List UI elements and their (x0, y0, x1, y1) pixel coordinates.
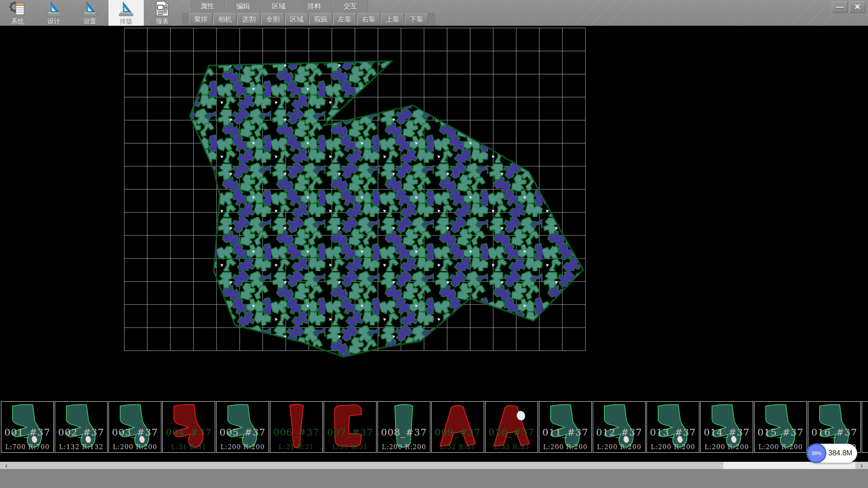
piece-lr-count: L:200 R:200 (701, 443, 753, 450)
piece-lr-count: L:200 R:200 (647, 443, 699, 450)
piece-label: 003_#37 (109, 427, 161, 438)
piece-thumbnail[interactable]: 004_#37L:31 R:31 (162, 401, 215, 453)
piece-lr-count: L:700 R:700 (1, 443, 53, 450)
memory-value: 384.8M (828, 444, 852, 463)
piece-label: 012_#37 (593, 427, 645, 438)
piece-thumbnail[interactable]: 009_#37L:32 R:31 (431, 401, 484, 453)
piece-thumbnail[interactable]: 007_#37L:31 R:31 (324, 401, 377, 453)
piece-label: 005_#37 (217, 427, 269, 438)
status-strip (0, 469, 868, 488)
scroll-left-icon[interactable]: ‹ (0, 462, 13, 469)
piece-label: 009_#37 (432, 427, 484, 438)
piece-label: 004_#37 (163, 427, 215, 438)
piece-label: 010_#37 (486, 427, 538, 438)
piece-label: 011_#37 (539, 427, 591, 438)
memory-badge[interactable]: 38% 384.8M (807, 444, 857, 463)
piece-lr-count: L:33 R:33 (486, 443, 538, 450)
piece-lr-count: L:200 R:200 (539, 443, 591, 450)
piece-lr-count: L:32 R:31 (432, 443, 484, 450)
piece-label: 006_#37 (270, 427, 322, 438)
scrollbar-thumb[interactable] (13, 462, 723, 469)
piece-label: 015_#37 (755, 427, 807, 438)
piece-label: 0 (862, 427, 868, 438)
horizontal-scrollbar[interactable]: ‹ › (0, 462, 868, 469)
piece-thumbnail[interactable]: 0L:2 (862, 401, 868, 453)
piece-lr-count: L:21 R:21 (270, 443, 322, 450)
thumbnail-strip: 001_#37L:700 R:700002_#37L:132 R:132003_… (0, 401, 868, 453)
piece-lr-count: L:2 (862, 443, 868, 450)
piece-thumbnail[interactable]: 013_#37L:200 R:200 (646, 401, 699, 453)
piece-label: 002_#37 (55, 427, 107, 438)
piece-lr-count: L:31 R:31 (324, 443, 376, 450)
piece-lr-count: L:200 R:200 (109, 443, 161, 450)
piece-thumbnail[interactable]: 005_#37L:200 R:200 (216, 401, 269, 453)
scroll-right-icon[interactable]: › (855, 462, 868, 469)
piece-thumbnail[interactable]: 010_#37L:33 R:33 (485, 401, 538, 453)
piece-lr-count: L:200 R:200 (217, 443, 269, 450)
piece-label: 014_#37 (701, 427, 753, 438)
piece-thumbnail[interactable]: 015_#37L:200 R:200 (754, 401, 807, 453)
piece-lr-count: L:31 R:31 (163, 443, 215, 450)
piece-thumbnail[interactable]: 012_#37L:200 R:200 (593, 401, 646, 453)
progress-circle: 38% (807, 443, 826, 463)
piece-lr-count: L:200 R:200 (593, 443, 645, 450)
piece-lr-count: L:200 R:200 (378, 443, 430, 450)
leather-hide-shape[interactable] (190, 61, 583, 357)
piece-thumbnail[interactable]: 003_#37L:200 R:200 (108, 401, 161, 453)
piece-label: 007_#37 (324, 427, 376, 438)
piece-thumbnail[interactable]: 006_#37L:21 R:21 (270, 401, 323, 453)
piece-thumbnail[interactable]: 011_#37L:200 R:200 (539, 401, 592, 453)
piece-lr-count: L:200 R:200 (755, 443, 807, 450)
piece-label: 013_#37 (647, 427, 699, 438)
piece-thumbnail[interactable]: 014_#37L:200 R:200 (700, 401, 753, 453)
piece-thumbnail[interactable]: 008_#37L:200 R:200 (377, 401, 430, 453)
piece-thumbnail[interactable]: 001_#37L:700 R:700 (1, 401, 54, 453)
piece-label: 001_#37 (1, 427, 53, 438)
piece-thumbnail[interactable]: 002_#37L:132 R:132 (55, 401, 108, 453)
piece-label: 008_#37 (378, 427, 430, 438)
piece-label: 016_#37 (808, 427, 860, 438)
piece-lr-count: L:132 R:132 (55, 443, 107, 450)
